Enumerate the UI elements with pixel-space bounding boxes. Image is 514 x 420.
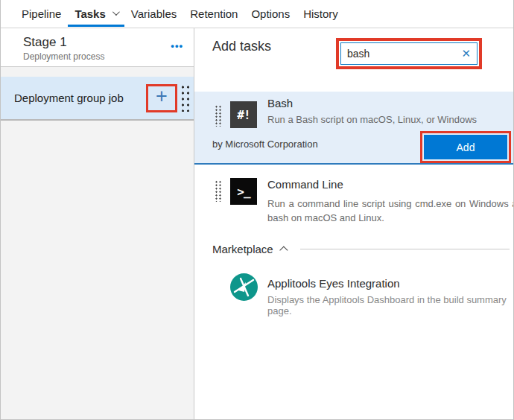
- task-search-box: ✕: [340, 42, 477, 65]
- tab-retention-label: Retention: [190, 7, 238, 20]
- deployment-group-job-label: Deployment group job: [14, 92, 146, 104]
- tab-tasks[interactable]: Tasks: [68, 0, 124, 28]
- add-tasks-panel: Add tasks ✕ #! Bash Run a Bash script on…: [194, 28, 513, 419]
- pipeline-tab-bar: Pipeline Tasks Variables Retention Optio…: [1, 0, 513, 28]
- add-tasks-title: Add tasks: [212, 39, 271, 54]
- job-drag-handle-icon[interactable]: [180, 84, 189, 112]
- task-card-bash[interactable]: #! Bash Run a Bash script on macOS, Linu…: [194, 92, 513, 165]
- stage-header: Stage 1 Deployment process •••: [1, 28, 194, 67]
- tab-pipeline[interactable]: Pipeline: [15, 0, 68, 28]
- task-card-command-line[interactable]: >_ Command Line Run a command line scrip…: [194, 173, 513, 232]
- applitools-icon: [230, 273, 258, 301]
- task-drag-handle-icon[interactable]: [215, 180, 221, 202]
- tab-tasks-label: Tasks: [74, 7, 105, 20]
- tab-options-label: Options: [251, 7, 290, 20]
- marketplace-label: Marketplace: [212, 243, 273, 255]
- add-task-to-job-button[interactable]: +: [156, 86, 168, 109]
- marketplace-item-name: Applitools Eyes Integration: [267, 277, 400, 290]
- clear-search-icon[interactable]: ✕: [457, 47, 471, 60]
- stage-more-options-icon[interactable]: •••: [171, 40, 183, 51]
- tab-history[interactable]: History: [296, 0, 345, 28]
- stages-sidebar: Stage 1 Deployment process ••• Deploymen…: [1, 28, 194, 419]
- command-line-task-icon: >_: [230, 178, 257, 205]
- add-button-highlight-box: Add: [420, 131, 511, 163]
- deployment-group-job-row[interactable]: Deployment group job +: [1, 77, 194, 121]
- task-search-input[interactable]: [347, 48, 457, 60]
- section-divider: [300, 249, 510, 249]
- stage-job-list: Deployment group job +: [1, 67, 194, 419]
- task-drag-handle-icon[interactable]: [215, 105, 221, 127]
- stage-subtitle: Deployment process: [23, 51, 171, 62]
- add-task-highlight-box: +: [146, 84, 177, 112]
- bash-task-icon: #!: [230, 101, 257, 128]
- marketplace-item-applitools[interactable]: Applitools Eyes Integration Displays the…: [194, 271, 513, 331]
- chevron-down-icon: [112, 8, 120, 16]
- tab-retention[interactable]: Retention: [183, 0, 244, 28]
- stage-title: Stage 1: [23, 34, 171, 50]
- marketplace-section-header[interactable]: Marketplace: [212, 241, 510, 256]
- task-publisher: by Microsoft Corporation: [212, 139, 318, 150]
- tab-variables-label: Variables: [131, 7, 177, 20]
- azure-devops-pipeline-editor: Pipeline Tasks Variables Retention Optio…: [0, 0, 514, 420]
- active-tab-underline: [68, 25, 124, 27]
- tab-variables[interactable]: Variables: [124, 0, 183, 28]
- tab-options[interactable]: Options: [244, 0, 296, 28]
- marketplace-item-description: Displays the Applitools Dashboard in the…: [267, 294, 513, 316]
- task-name: Command Line: [267, 178, 343, 191]
- add-bash-task-button[interactable]: Add: [424, 135, 507, 159]
- task-description: Run a Bash script on macOS, Linux, or Wi…: [267, 114, 477, 125]
- search-highlight-box: ✕: [336, 38, 482, 69]
- task-description: Run a command line script using cmd.exe …: [267, 197, 514, 225]
- tab-history-label: History: [303, 7, 338, 20]
- tab-pipeline-label: Pipeline: [22, 7, 61, 20]
- chevron-up-icon: [279, 246, 288, 254]
- task-name: Bash: [267, 97, 293, 109]
